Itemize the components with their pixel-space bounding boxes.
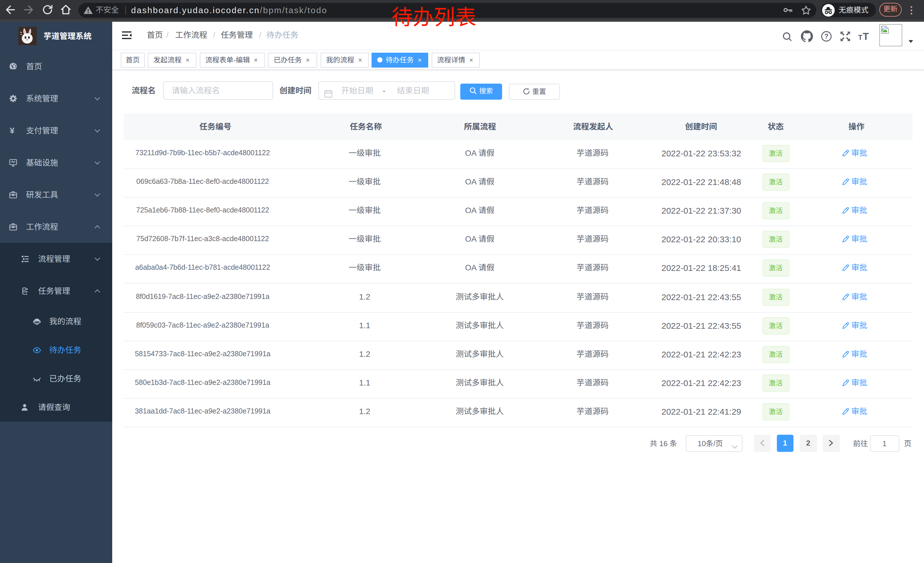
svg-text:T: T [863, 31, 869, 41]
svg-text:?: ? [824, 33, 828, 40]
svg-text:T: T [858, 33, 862, 41]
